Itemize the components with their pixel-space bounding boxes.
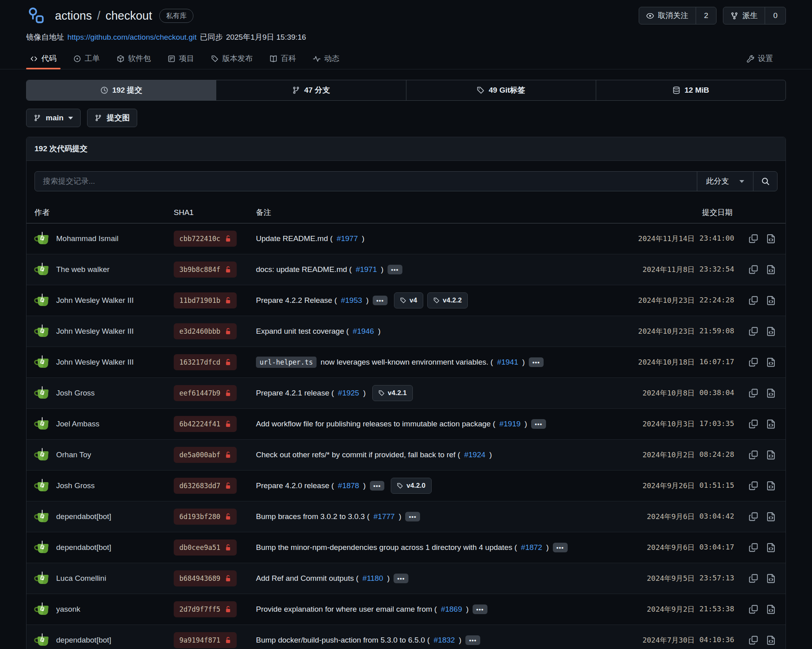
view-source-button[interactable] [766,357,776,367]
branch-selector[interactable]: main [26,109,81,127]
author-name[interactable]: Luca Comellini [56,574,106,583]
copy-sha-button[interactable] [749,635,758,645]
sha-badge[interactable]: 163217dfcd [174,354,237,370]
copy-sha-button[interactable] [749,296,758,305]
fork-button[interactable]: 派生 0 [723,7,786,24]
view-source-button[interactable] [766,296,776,305]
sha-badge[interactable]: d632683dd7 [174,478,237,494]
copy-sha-button[interactable] [749,512,758,521]
pr-link[interactable]: #1924 [464,450,485,459]
commit-message[interactable]: docs: update README.md ( [256,265,352,274]
expand-commit-button[interactable]: ••• [553,543,568,552]
view-source-button[interactable] [766,234,776,243]
expand-commit-button[interactable]: ••• [531,419,546,429]
pr-link[interactable]: #1971 [356,265,377,274]
copy-sha-button[interactable] [749,604,758,614]
tab-code[interactable]: 代码 [26,48,61,69]
tab-settings[interactable]: 设置 [743,48,777,69]
commit-message[interactable]: Bump docker/build-push-action from 5.3.0… [256,636,430,645]
view-source-button[interactable] [766,512,776,521]
copy-sha-button[interactable] [749,450,758,460]
author-name[interactable]: John Wesley Walker III [56,358,134,367]
pr-link[interactable]: #1977 [337,234,358,243]
unwatch-button[interactable]: 取消关注 2 [639,7,717,24]
sha-badge[interactable]: 3b9b8c884f [174,262,237,278]
view-source-button[interactable] [766,543,776,552]
sha-badge[interactable]: db0cee9a51 [174,539,237,556]
author-name[interactable]: dependabot[bot] [56,512,111,521]
expand-commit-button[interactable]: ••• [465,635,480,645]
tab-releases[interactable]: 版本发布 [207,48,257,69]
sha-badge[interactable]: de5a000abf [174,447,237,463]
tab-projects[interactable]: 项目 [164,48,198,69]
pr-link[interactable]: #1878 [338,481,359,490]
copy-sha-button[interactable] [749,265,758,274]
pr-link[interactable]: #1919 [499,420,521,428]
copy-sha-button[interactable] [749,574,758,583]
copy-sha-button[interactable] [749,327,758,336]
sha-badge[interactable]: 2d7d9f7ff5 [174,601,237,617]
expand-commit-button[interactable]: ••• [394,574,408,583]
author-name[interactable]: The web walker [56,265,110,274]
expand-commit-button[interactable]: ••• [388,265,402,274]
search-input[interactable] [35,172,697,191]
commit-message[interactable]: Prepare 4.2.1 release ( [256,389,334,398]
version-tag-button[interactable]: v4.2.0 [391,478,431,494]
sha-badge[interactable]: cbb722410c [174,231,237,247]
view-source-button[interactable] [766,419,776,429]
pr-link[interactable]: #1946 [353,327,374,336]
commit-message[interactable]: Check out other refs/* by commit if prov… [256,450,460,459]
stat-branches[interactable]: 47 分支 [216,80,406,100]
version-tag-button[interactable]: v4.2.1 [372,385,413,401]
commit-message[interactable]: Update README.md ( [256,234,333,243]
view-source-button[interactable] [766,265,776,274]
copy-sha-button[interactable] [749,543,758,552]
pr-link[interactable]: #1925 [338,389,359,398]
tab-issues[interactable]: 工单 [69,48,104,69]
stat-size[interactable]: 12 MiB [596,80,786,100]
expand-commit-button[interactable]: ••• [473,604,487,614]
author-name[interactable]: Josh Gross [56,481,95,490]
pr-link[interactable]: #1941 [497,358,518,367]
author-name[interactable]: Mohammad Ismail [56,234,118,243]
sha-badge[interactable]: 6b42224f41 [174,416,237,432]
commit-message[interactable]: Provide explanation for where user email… [256,605,437,614]
tab-activity[interactable]: 动态 [309,48,343,69]
author-name[interactable]: John Wesley Walker III [56,296,134,305]
copy-sha-button[interactable] [749,357,758,367]
commit-message[interactable]: Bump braces from 3.0.2 to 3.0.3 ( [256,512,369,521]
expand-commit-button[interactable]: ••• [370,481,385,491]
pr-link[interactable]: #1832 [434,636,455,645]
tab-wiki[interactable]: 百科 [266,48,300,69]
sha-badge[interactable]: b684943689 [174,570,237,586]
stat-commits[interactable]: 192 提交 [26,80,216,100]
watch-count[interactable]: 2 [696,7,717,24]
commit-message[interactable]: Bump the minor-npm-dependencies group ac… [256,543,517,552]
copy-sha-button[interactable] [749,419,758,429]
view-source-button[interactable] [766,481,776,491]
pr-link[interactable]: #1869 [441,605,462,614]
owner-link[interactable]: actions [55,9,92,22]
sha-badge[interactable]: 11bd71901b [174,292,237,308]
expand-commit-button[interactable]: ••• [405,512,420,521]
view-source-button[interactable] [766,635,776,645]
author-name[interactable]: dependabot[bot] [56,636,111,645]
sha-badge[interactable]: e3d2460bbb [174,323,237,339]
search-button[interactable] [753,172,777,191]
view-source-button[interactable] [766,327,776,336]
pr-link[interactable]: #1953 [341,296,362,305]
author-name[interactable]: yasonk [56,605,80,614]
tab-packages[interactable]: 软件包 [113,48,155,69]
repo-link[interactable]: checkout [106,9,152,22]
view-source-button[interactable] [766,604,776,614]
sha-badge[interactable]: 6d193bf280 [174,509,237,525]
author-name[interactable]: Josh Gross [56,389,95,398]
commit-message[interactable]: Add workflow file for publishing release… [256,420,495,428]
pr-link[interactable]: #1777 [374,512,395,521]
sha-badge[interactable]: eef61447b9 [174,385,237,401]
expand-commit-button[interactable]: ••• [373,296,388,305]
author-name[interactable]: Orhan Toy [56,450,91,459]
stat-tags[interactable]: 49 Git标签 [406,80,596,100]
copy-sha-button[interactable] [749,481,758,491]
sha-badge[interactable]: 9a9194f871 [174,632,237,648]
